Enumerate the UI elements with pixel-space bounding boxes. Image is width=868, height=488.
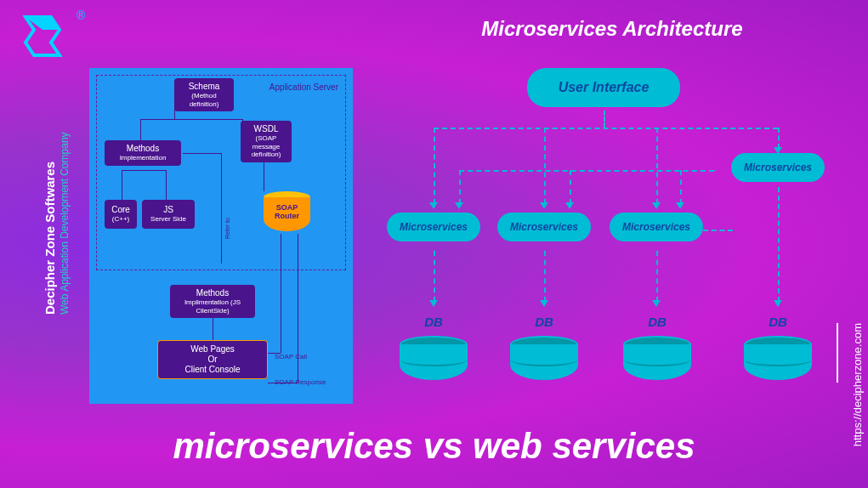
wsdl-node: WSDL (SOAP message definition) [241,121,292,162]
methods-sub: Implementation [110,154,176,162]
refer-label: Refer to [224,218,230,239]
core-node: Core (C++) [105,200,137,229]
microservice-node-3: Microservices [610,213,703,241]
app-server-label: Application Server [269,82,338,92]
schema-sub: (Method definition) [179,92,229,108]
db-node-4: DB [744,336,812,380]
js-sub: Server Side [144,215,193,224]
db-node-3: DB [623,336,691,380]
webpages-node: Web Pages Or Client Console [157,340,268,379]
soap-call-line [281,234,281,353]
microservice-node-4: Microservices [731,153,825,182]
architecture-title: Microservices Architecture [378,17,846,41]
js-title: JS [163,205,173,214]
soap-call-label: SOAP Call [275,353,307,360]
soap-router-label: SOAP Router [264,203,310,220]
soap-resp-line [298,234,298,383]
methods2-sub: Implimentation (JS ClientSide) [175,298,250,315]
schema-node: Schema (Method definition) [174,78,234,111]
methods-client-node: Methods Implimentation (JS ClientSide) [170,285,255,318]
methods-title: Methods [127,144,159,153]
microservice-node-2: Microservices [497,213,591,241]
core-sub: (C++) [106,215,135,224]
web-services-diagram: Application Server Schema (Method defini… [89,68,353,404]
methods-node: Methods Implementation [105,140,181,166]
db-node-2: DB [510,336,578,380]
db-node-1: DB [400,336,468,380]
microservices-diagram: Microservices Architecture User Interfac… [378,17,846,62]
schema-title: Schema [189,82,220,91]
wsdl-sub: (SOAP message definition) [246,134,286,159]
company-name: Decipher Zone Softwares [43,132,57,315]
db-label: DB [623,315,691,329]
company-tagline: Web Application Development Company [59,132,71,315]
db-label: DB [400,315,468,329]
logo [17,9,68,60]
microservice-node-1: Microservices [387,213,480,241]
registered-mark: ® [77,9,85,22]
db-label: DB [744,315,812,329]
core-title: Core [111,205,130,214]
company-sidebar: Decipher Zone Softwares Web Application … [43,132,71,315]
db-label: DB [510,315,578,329]
js-node: JS Server Side [142,200,195,229]
soap-router-cylinder: SOAP Router [264,191,310,231]
wsdl-title: WSDL [254,124,279,133]
main-title: microservices vs web services [0,426,868,467]
user-interface-node: User Interface [527,68,680,107]
divider [837,323,838,383]
methods2-title: Methods [196,288,229,298]
